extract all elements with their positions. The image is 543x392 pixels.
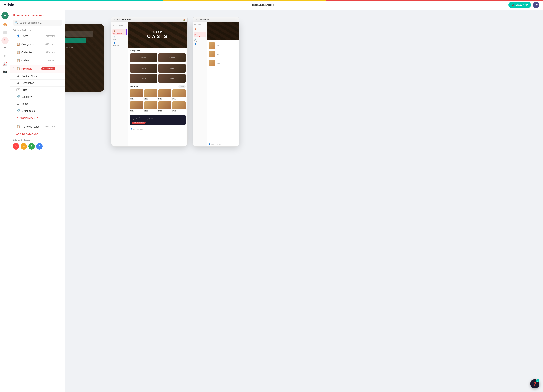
palette-button[interactable]: 🎨 <box>1 21 9 28</box>
menu-tile-7[interactable]: Name $Price <box>158 101 171 112</box>
categories-grid: "Name" "Name" "Name" "Name" "Name" "Name… <box>130 53 186 83</box>
cat-tile-5[interactable]: "Name" <box>130 74 157 83</box>
menu-tile-3[interactable]: Name $Price <box>158 89 171 100</box>
notification-count: 3 <box>536 379 539 382</box>
search-input[interactable] <box>19 21 60 24</box>
categories-record-count: 4 Records <box>45 43 55 45</box>
cat-tile-2[interactable]: "Name" <box>158 53 186 62</box>
property-item-description[interactable]: A Description <box>10 80 65 87</box>
collection-name-categories: Categories <box>22 43 34 46</box>
property-item-product-name[interactable]: A Product Name <box>10 73 65 80</box>
right-product-list: Produ... Produ... Produ... <box>207 40 239 142</box>
collection-item-orders[interactable]: › 📋 Orders 1 Record ⋮ <box>10 56 65 65</box>
app-name-button[interactable]: Restaurant App ▾ <box>251 3 274 6</box>
right-nav-all-products[interactable]: 🏠 All Products <box>194 28 206 33</box>
right-nav-label-category: Category name <box>194 35 204 37</box>
property-item-order-items[interactable]: 🔗 Order Items <box>10 107 65 114</box>
menu-tile-5[interactable]: Name $Price <box>130 101 143 112</box>
right-phone-container: 🖥 Category CAFE OASIS 🏠 All Products 🏷 <box>193 17 239 147</box>
collection-item-categories[interactable]: › 📋 Categories 4 Records ⋮ <box>10 40 65 48</box>
monitor-icon-right: 🖥 <box>195 18 197 21</box>
settings-button[interactable]: ⚙ <box>1 45 9 52</box>
right-nav-category[interactable]: 🏷 Category name <box>194 33 206 37</box>
topbar: Adalo× Restaurant App ▾ 🚀 VIEW APP PC <box>0 0 543 10</box>
chevron-right-icon-tip: › <box>13 126 15 128</box>
promo-button[interactable]: Send me discount! <box>132 121 146 124</box>
orders-menu-button[interactable]: ⋮ <box>57 58 62 63</box>
external-icon-2[interactable]: ☁ <box>21 143 27 149</box>
right-product-item-2[interactable]: Produ... <box>209 50 238 59</box>
pen-icon: ✏ <box>4 54 6 58</box>
app-nav-sidebar: CAFE OASIS 🏠 All Products 🛒 Bag 👤 <box>111 22 128 146</box>
cat-tile-1[interactable]: "Name" <box>130 53 157 62</box>
chart-button[interactable]: 📈 <box>1 60 9 67</box>
order-items-record-count: 3 Records <box>45 51 55 54</box>
external-icons-row: ✕ ☁ S A <box>10 142 65 151</box>
promo-sub: Sign up to our newsletter to get best de… <box>132 118 184 120</box>
notification-badge[interactable]: ❓ 3 <box>530 379 539 388</box>
section-label: Database Collections <box>10 28 65 32</box>
menu-tile-4[interactable]: Name $Price <box>172 89 186 100</box>
add-to-database-row: ＋ ADD TO DATABASE <box>10 131 65 138</box>
categories-title: Categories <box>130 50 186 52</box>
chevron-right-icon: › <box>13 35 15 37</box>
external-icon-1[interactable]: ✕ <box>13 143 19 149</box>
cat-tile-3[interactable]: "Name" <box>130 64 157 73</box>
nav-label-all-products: All Products <box>113 32 122 34</box>
categories-menu-button[interactable]: ⋮ <box>57 42 62 46</box>
settings-icon: ⚙ <box>4 46 6 50</box>
right-user-icon: 👤 <box>209 144 211 145</box>
right-product-item-3[interactable]: Produ... <box>209 59 238 67</box>
text-field-icon-desc: A <box>16 81 20 85</box>
add-property-button[interactable]: ＋ ADD PROPERTY <box>10 114 41 121</box>
products-menu-button[interactable]: ⋮ <box>57 66 62 71</box>
center-phone-container: 🖥 All Products 🏠 CAFE OASIS 🏠 All Produc… <box>111 17 187 147</box>
user-avatar[interactable]: PC <box>533 2 539 8</box>
nav-item-bag[interactable]: 🛒 Bag <box>112 35 127 41</box>
collection-item-order-items[interactable]: › 📋 Order Items 3 Records ⋮ <box>10 48 65 56</box>
chevron-right-icon: › <box>13 43 15 45</box>
relation-order-icon: 🔗 <box>16 109 20 112</box>
order-items-menu-button[interactable]: ⋮ <box>57 50 62 55</box>
database-button[interactable]: 🗄 <box>1 37 9 44</box>
users-menu-button[interactable]: ⋮ <box>57 34 62 38</box>
plus-icon-small: ＋ <box>16 116 19 119</box>
chevron-down-icon: ▾ <box>273 4 274 6</box>
menu-tile-1[interactable]: Name $Price <box>130 89 143 100</box>
external-icon-4[interactable]: A <box>36 143 43 149</box>
collection-item-users[interactable]: › 👤 Users 2 Records ⋮ <box>10 32 65 40</box>
menu-tile-8[interactable]: Name $Price <box>172 101 186 112</box>
pen-button[interactable]: ✏ <box>1 53 9 60</box>
right-product-label-2: Produ... <box>216 54 221 55</box>
user-full-name: User full name <box>133 128 143 130</box>
screens-button[interactable]: ⬜ <box>1 29 9 36</box>
right-nav-label-account: Account <box>194 45 199 46</box>
add-component-button[interactable]: + <box>1 12 9 19</box>
right-nav-account[interactable]: 👤 Account <box>194 42 206 47</box>
nav-item-account[interactable]: 👤 Account <box>112 41 127 47</box>
cat-tile-6[interactable]: "Name" <box>158 74 186 83</box>
menu-tile-6[interactable]: Name $Price <box>144 101 157 112</box>
external-icon-3[interactable]: S <box>28 143 35 149</box>
app-hero: CAFE OASIS <box>128 22 187 48</box>
tip-menu-button[interactable]: ⋮ <box>57 124 62 129</box>
property-item-price[interactable]: # Price <box>10 87 65 93</box>
right-product-label-1: Produ... <box>216 45 221 46</box>
cat-tile-4[interactable]: "Name" <box>158 64 186 73</box>
menu-tile-2[interactable]: Name $Price <box>144 89 157 100</box>
right-nav-bag[interactable]: 🛒 Bag <box>194 37 206 42</box>
external-label: External Collections <box>10 138 65 142</box>
nav-item-all-products[interactable]: 🏠 All Products <box>112 29 127 35</box>
right-hero <box>207 22 239 40</box>
collection-item-products[interactable]: › 📋 Products 12 Records ⋮ <box>10 65 65 73</box>
property-item-category[interactable]: 🔗 Category <box>10 93 65 100</box>
bag-nav-icon: 🛒 <box>113 36 116 38</box>
right-product-item-1[interactable]: Produ... <box>209 41 238 50</box>
nav-label-account: Account <box>113 44 119 46</box>
db-sidebar-menu-button[interactable]: ⋮ <box>57 13 62 18</box>
property-item-image[interactable]: 🖼 Image <box>10 100 65 107</box>
collection-item-tip-percentages[interactable]: › 📋 Tip Percentages 6 Records ⋮ <box>10 122 65 131</box>
view-app-button[interactable]: 🚀 VIEW APP <box>508 2 531 8</box>
camera-button[interactable]: 📷 <box>1 68 9 75</box>
add-to-database-button[interactable]: ＋ ADD TO DATABASE <box>13 133 38 136</box>
